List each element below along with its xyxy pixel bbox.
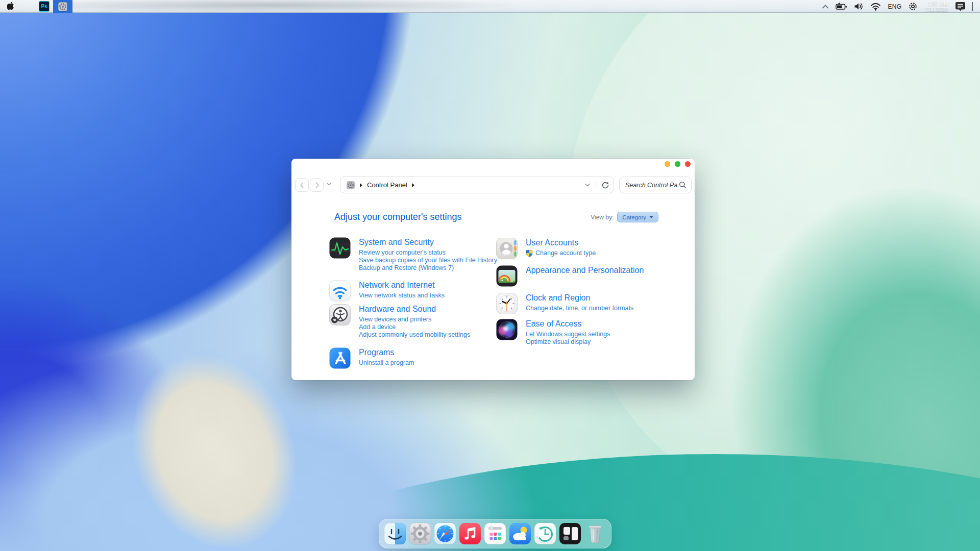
category-link-text: Change account type: [535, 249, 596, 257]
wifi-icon[interactable]: [870, 2, 881, 11]
breadcrumb[interactable]: Control Panel: [367, 181, 407, 189]
battery-icon[interactable]: [836, 2, 847, 11]
tray-clock[interactable]: 1:51 AM 7/30/2025: [924, 1, 948, 12]
category-clock-and-region: Clock and Region Change date, time, or n…: [496, 293, 633, 314]
launchpad-icon[interactable]: [484, 522, 506, 545]
apple-icon[interactable]: [7, 2, 16, 12]
search-box[interactable]: [619, 177, 692, 193]
category-link[interactable]: Uninstall a program: [359, 359, 414, 367]
finder-icon[interactable]: [384, 522, 406, 545]
mission-control-icon[interactable]: [559, 522, 581, 545]
category-user-accounts: User Accounts: [496, 238, 596, 259]
time-machine-icon[interactable]: [534, 522, 556, 545]
trash-icon[interactable]: [584, 522, 606, 545]
category-link[interactable]: Change date, time, or number formats: [526, 305, 633, 312]
navigation-bar: Control Panel: [291, 176, 695, 195]
menu-bar: Ps: [0, 0, 980, 13]
forward-button[interactable]: [310, 178, 324, 192]
category-ease-of-access: Ease of Access Let Windows suggest setti…: [496, 319, 610, 346]
search-input[interactable]: [625, 182, 679, 189]
speaker-icon[interactable]: [854, 2, 864, 11]
programs-icon[interactable]: [329, 347, 351, 369]
weather-icon[interactable]: [509, 522, 531, 545]
category-title[interactable]: Clock and Region: [526, 293, 633, 303]
category-title[interactable]: Appearance and Personalization: [526, 266, 644, 275]
tray-time: 1:51 AM: [924, 1, 948, 7]
view-by-control: View by: Category: [591, 212, 658, 222]
category-link[interactable]: Backup and Restore (Windows 7): [359, 264, 497, 272]
category-title[interactable]: Hardware and Sound: [359, 305, 470, 314]
window-titlebar[interactable]: [291, 159, 695, 173]
system-preferences-icon[interactable]: [409, 522, 431, 545]
category-link[interactable]: Let Windows suggest settings: [526, 331, 610, 338]
category-network-and-internet: Network and Internet View network status…: [329, 280, 445, 302]
control-panel-window: Control Panel: [291, 159, 695, 380]
hardware-sound-icon[interactable]: [329, 304, 351, 325]
category-link[interactable]: Review your computer's status: [359, 249, 497, 257]
category-programs: Programs Uninstall a program: [329, 347, 414, 369]
desktop: Ps: [0, 0, 980, 551]
language-indicator[interactable]: ENG: [888, 3, 901, 10]
system-security-icon[interactable]: [329, 237, 351, 259]
category-title[interactable]: User Accounts: [526, 238, 596, 247]
category-system-and-security: System and Security Review your computer…: [329, 237, 497, 272]
safari-icon[interactable]: [434, 522, 456, 545]
category-appearance-and-personalization: Appearance and Personalization: [496, 265, 644, 287]
minimize-button[interactable]: [665, 161, 670, 167]
category-title[interactable]: Network and Internet: [359, 281, 445, 290]
appearance-icon[interactable]: [496, 265, 518, 287]
address-bar[interactable]: Control Panel: [340, 177, 614, 193]
chevron-up-icon[interactable]: [822, 4, 829, 9]
music-icon[interactable]: [459, 522, 481, 545]
category-link[interactable]: View devices and printers: [359, 316, 470, 323]
uac-shield-icon: [526, 249, 533, 257]
tray-date: 7/30/2025: [924, 7, 948, 12]
breadcrumb-arrow-icon[interactable]: [360, 183, 362, 187]
category-link[interactable]: Add a device: [359, 323, 470, 331]
category-hardware-and-sound: Hardware and Sound View devices and prin…: [329, 304, 470, 339]
view-by-dropdown[interactable]: Category: [617, 212, 658, 222]
control-panel-icon[interactable]: [346, 181, 355, 190]
recent-pages-chevron-icon[interactable]: [326, 182, 332, 186]
system-tray: ENG 1:51 AM 7/30/2025: [822, 0, 980, 13]
clock-region-icon[interactable]: [496, 293, 518, 314]
category-link[interactable]: Change account type: [526, 249, 596, 257]
zoom-button[interactable]: [675, 161, 680, 167]
category-title[interactable]: System and Security: [359, 238, 497, 247]
view-by-label: View by:: [591, 214, 614, 221]
show-desktop-divider[interactable]: [972, 2, 973, 11]
dropdown-arrow-icon: [649, 216, 653, 218]
view-by-value: Category: [622, 214, 646, 220]
breadcrumb-arrow-icon[interactable]: [412, 183, 414, 187]
photoshop-icon[interactable]: Ps: [39, 1, 50, 12]
back-button[interactable]: [295, 178, 309, 192]
ease-access-icon[interactable]: [496, 319, 518, 340]
search-icon[interactable]: [679, 181, 687, 189]
category-link[interactable]: Optimize visual display: [526, 338, 610, 346]
menu-bar-shadow: [61, 0, 521, 13]
category-title[interactable]: Ease of Access: [526, 319, 610, 329]
notification-icon[interactable]: [955, 2, 966, 12]
address-divider: [596, 181, 596, 189]
category-link[interactable]: View network status and tasks: [359, 292, 445, 299]
network-internet-icon[interactable]: [329, 280, 351, 302]
user-accounts-icon[interactable]: [496, 238, 518, 259]
page-title: Adjust your computer's settings: [334, 212, 462, 222]
gear-icon[interactable]: [908, 2, 918, 11]
category-link[interactable]: Adjust commonly used mobility settings: [359, 331, 470, 339]
close-button[interactable]: [685, 161, 691, 167]
control-panel-app-icon[interactable]: [53, 0, 72, 13]
dock: [379, 519, 611, 548]
category-link[interactable]: Save backup copies of your files with Fi…: [359, 257, 497, 264]
address-dropdown-chevron-icon[interactable]: [584, 183, 591, 187]
refresh-icon[interactable]: [601, 181, 609, 189]
category-title[interactable]: Programs: [359, 348, 414, 357]
